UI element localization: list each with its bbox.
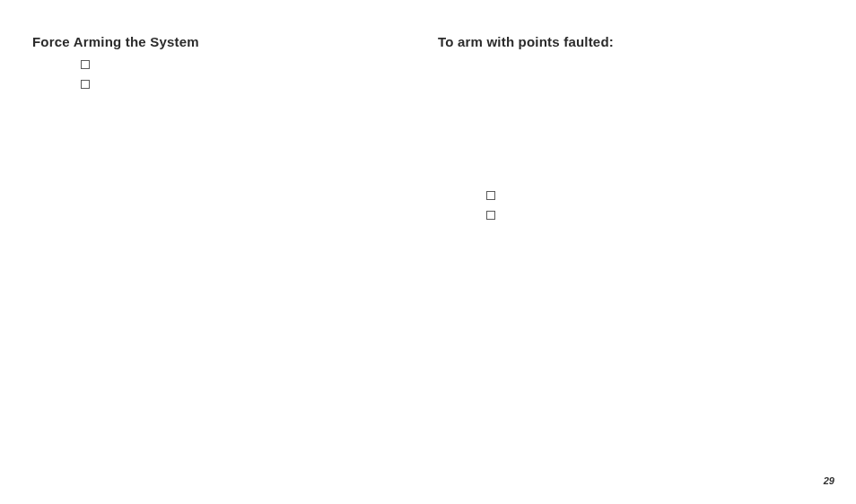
right-lower-block (486, 189, 815, 220)
right-column: To arm with points faulted: (438, 34, 815, 220)
checkbox-icon (486, 191, 495, 200)
checkbox-icon (81, 80, 90, 89)
page: Force Arming the System To arm with poin… (0, 0, 856, 504)
checkbox-icon (81, 60, 90, 69)
page-number: 29 (824, 475, 834, 486)
heading-arm-with-faulted: To arm with points faulted: (438, 34, 815, 49)
heading-force-arming: Force Arming the System (32, 34, 400, 49)
checkbox-row (81, 78, 400, 89)
left-column: Force Arming the System (32, 34, 400, 89)
checkbox-icon (486, 211, 495, 220)
checkbox-row (486, 189, 815, 200)
checkbox-row (81, 58, 400, 69)
checkbox-row (486, 209, 815, 220)
